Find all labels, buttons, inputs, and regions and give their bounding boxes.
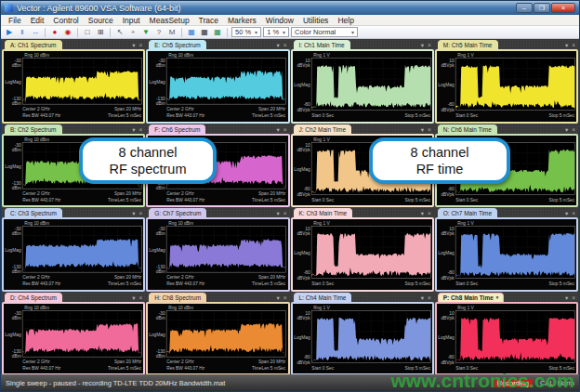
window-close-icon[interactable]: × bbox=[572, 209, 575, 217]
pause-icon[interactable]: ‖ bbox=[17, 27, 28, 38]
marker-peak-icon[interactable]: ▼ bbox=[140, 27, 152, 38]
window-menu-icon[interactable]: ▾ bbox=[276, 209, 279, 217]
plot-canvas-p[interactable]: Rng 1 V10dBVpkLogMag-80dBVpkStart 0 SecS… bbox=[437, 304, 576, 374]
window-close-icon[interactable]: × bbox=[138, 41, 142, 49]
window-close-icon[interactable]: × bbox=[572, 41, 575, 49]
toolbar-icons-group: ▶‖↔●◉□⊞↖+▼?M▦▦▦ bbox=[4, 27, 223, 38]
window-menu-icon[interactable]: ▾ bbox=[565, 125, 568, 134]
app-icon bbox=[5, 4, 13, 12]
window-close-icon[interactable]: × bbox=[428, 209, 431, 217]
menu-item-meassetup[interactable]: MeasSetup bbox=[145, 16, 194, 25]
spectrum-display-icon[interactable]: ▦ bbox=[186, 27, 197, 38]
plot-tab-p[interactable]: P: Ch8 Main Time▾ bbox=[438, 293, 505, 302]
plot-canvas-e[interactable]: Rng 10 dBm-30dBmLogMag-130dBmCenter 2 GH… bbox=[148, 51, 287, 122]
zoom-percent-select[interactable]: 50 % ▾ bbox=[231, 27, 261, 37]
menu-item-markers[interactable]: Markers bbox=[223, 16, 261, 25]
window-menu-icon[interactable]: ▾ bbox=[132, 294, 135, 302]
plot-tab-m[interactable]: M: Ch5 Main Time bbox=[438, 40, 498, 49]
window-menu-icon[interactable]: ▾ bbox=[565, 41, 568, 49]
menu-item-window[interactable]: Window bbox=[261, 16, 298, 25]
plot-body-o: Rng 1 V10dBVpkLogMag-80dBVpkStart 0 SecS… bbox=[435, 217, 578, 292]
plot-window-buttons: ▾× bbox=[565, 41, 575, 49]
window-close-icon[interactable]: × bbox=[572, 294, 575, 302]
plot-canvas-m[interactable]: Rng 1 V10dBVpkLogMag-80dBVpkStart 0 SecS… bbox=[437, 51, 576, 122]
menu-item-edit[interactable]: Edit bbox=[26, 16, 49, 25]
marker-to-peak-icon[interactable]: M bbox=[166, 27, 178, 38]
plot-tab-g[interactable]: G: Ch7 Spectrum bbox=[149, 208, 206, 217]
plot-window-header: M: Ch5 Main Time▾× bbox=[435, 40, 578, 49]
window-close-icon[interactable]: × bbox=[428, 294, 431, 302]
plot-tab-l[interactable]: L: Ch4 Main Time bbox=[294, 293, 352, 302]
menu-item-utilities[interactable]: Utilities bbox=[298, 16, 333, 25]
plot-canvas-o[interactable]: Rng 1 V10dBVpkLogMag-80dBVpkStart 0 SecS… bbox=[437, 219, 576, 290]
window-menu-icon[interactable]: ▾ bbox=[132, 41, 135, 49]
menu-item-source[interactable]: Source bbox=[84, 16, 118, 25]
menu-item-trace[interactable]: Trace bbox=[194, 16, 223, 25]
window-close-icon[interactable]: × bbox=[283, 209, 287, 217]
plot-tab-e[interactable]: E: Ch5 Spectrum bbox=[149, 40, 206, 49]
single-layout-icon[interactable]: □ bbox=[82, 27, 93, 38]
window-close-icon[interactable]: × bbox=[138, 294, 142, 302]
window-close-icon[interactable]: × bbox=[138, 209, 142, 217]
plot-tab-f[interactable]: F: Ch6 Spectrum bbox=[149, 124, 205, 134]
color-scheme-select[interactable]: Color Normal ▾ bbox=[291, 27, 358, 37]
window-close-icon[interactable]: × bbox=[428, 41, 431, 49]
plot-tab-a[interactable]: A: Ch1 Spectrum bbox=[5, 40, 62, 49]
window-close-icon[interactable]: × bbox=[138, 125, 142, 134]
window-menu-icon[interactable]: ▾ bbox=[421, 41, 424, 49]
window-close-icon[interactable]: × bbox=[572, 125, 575, 134]
window-menu-icon[interactable]: ▾ bbox=[421, 294, 424, 302]
plot-canvas-c[interactable]: Rng 10 dBm-30dBmLogMag-130dBmCenter 2 GH… bbox=[4, 219, 143, 290]
menu-item-control[interactable]: Control bbox=[48, 16, 83, 25]
recorder-icon[interactable]: ◉ bbox=[62, 27, 73, 38]
window-menu-icon[interactable]: ▾ bbox=[565, 209, 568, 217]
window-close-icon[interactable]: × bbox=[283, 41, 287, 49]
window-close-icon[interactable]: × bbox=[428, 125, 431, 134]
plot-tab-n[interactable]: N: Ch6 Main Time bbox=[438, 124, 497, 134]
spectrogram-display-icon[interactable]: ▦ bbox=[212, 27, 223, 38]
zoom-tool-icon[interactable]: + bbox=[127, 27, 138, 38]
plot-canvas-g[interactable]: Rng 10 dBm-30dBmLogMag-130dBmCenter 2 GH… bbox=[148, 219, 287, 290]
window-menu-icon[interactable]: ▾ bbox=[276, 294, 279, 302]
plot-tab-b[interactable]: B: Ch2 Spectrum bbox=[5, 124, 62, 134]
titlebar[interactable]: Vector : Agilent 89600 VSA Software (64-… bbox=[1, 1, 579, 15]
plot-tab-d[interactable]: D: Ch4 Spectrum bbox=[5, 293, 62, 302]
plot-canvas-a[interactable]: Rng 10 dBm-30dBmLogMag-130dBmCenter 2 GH… bbox=[4, 51, 143, 122]
menu-item-input[interactable]: Input bbox=[118, 16, 145, 25]
restart-icon[interactable]: ↔ bbox=[30, 27, 41, 38]
play-icon[interactable]: ▶ bbox=[4, 27, 15, 38]
status-text: Single sweep - paused - recording TD-LTE… bbox=[6, 379, 486, 387]
window-menu-icon[interactable]: ▾ bbox=[565, 294, 568, 302]
window-menu-icon[interactable]: ▾ bbox=[421, 209, 424, 217]
step-percent-select[interactable]: 1 % ▾ bbox=[263, 27, 289, 37]
plot-tab-k[interactable]: K: Ch3 Main Time bbox=[294, 208, 353, 217]
plot-tab-j[interactable]: J: Ch2 Main Time bbox=[294, 124, 352, 134]
select-arrow-icon[interactable]: ↖ bbox=[114, 27, 125, 38]
window-menu-icon[interactable]: ▾ bbox=[276, 125, 279, 134]
grid-layout-icon[interactable]: ⊞ bbox=[95, 27, 106, 38]
minimize-button[interactable]: – bbox=[516, 3, 533, 13]
menu-item-file[interactable]: File bbox=[4, 16, 26, 25]
waterfall-display-icon[interactable]: ▦ bbox=[199, 27, 210, 38]
plot-canvas-k[interactable]: Rng 1 V10dBVpkLogMag-80dBVpkStart 0 SecS… bbox=[293, 219, 432, 290]
plot-tab-c[interactable]: C: Ch3 Spectrum bbox=[5, 208, 62, 217]
plot-label: dBm bbox=[156, 315, 165, 320]
window-close-icon[interactable]: × bbox=[283, 125, 287, 134]
window-menu-icon[interactable]: ▾ bbox=[421, 125, 424, 134]
plot-tab-o[interactable]: O: Ch7 Main Time bbox=[438, 208, 497, 217]
window-menu-icon[interactable]: ▾ bbox=[132, 125, 135, 134]
close-button[interactable]: × bbox=[551, 3, 575, 13]
plot-tab-h[interactable]: H: Ch8 Spectrum bbox=[149, 293, 206, 302]
plot-canvas-l[interactable]: Rng 1 V10dBVpkLogMag-80dBVpkStart 0 SecS… bbox=[293, 304, 432, 374]
window-menu-icon[interactable]: ▾ bbox=[276, 41, 279, 49]
maximize-button[interactable]: ❐ bbox=[534, 3, 550, 13]
plot-canvas-d[interactable]: Rng 10 dBm-30dBmLogMag-130dBmCenter 2 GH… bbox=[4, 304, 143, 374]
plot-tab-i[interactable]: I: Ch1 Main Time bbox=[294, 40, 350, 49]
record-icon[interactable]: ● bbox=[49, 27, 60, 38]
marker-help-icon[interactable]: ? bbox=[153, 27, 165, 38]
plot-canvas-i[interactable]: Rng 1 V10dBVpkLogMag-80dBVpkStart 0 SecS… bbox=[293, 51, 432, 122]
menu-item-help[interactable]: Help bbox=[333, 16, 358, 25]
window-close-icon[interactable]: × bbox=[283, 294, 287, 302]
plot-canvas-h[interactable]: Rng 10 dBm-30dBmLogMag-130dBmCenter 2 GH… bbox=[148, 304, 287, 374]
window-menu-icon[interactable]: ▾ bbox=[132, 209, 135, 217]
